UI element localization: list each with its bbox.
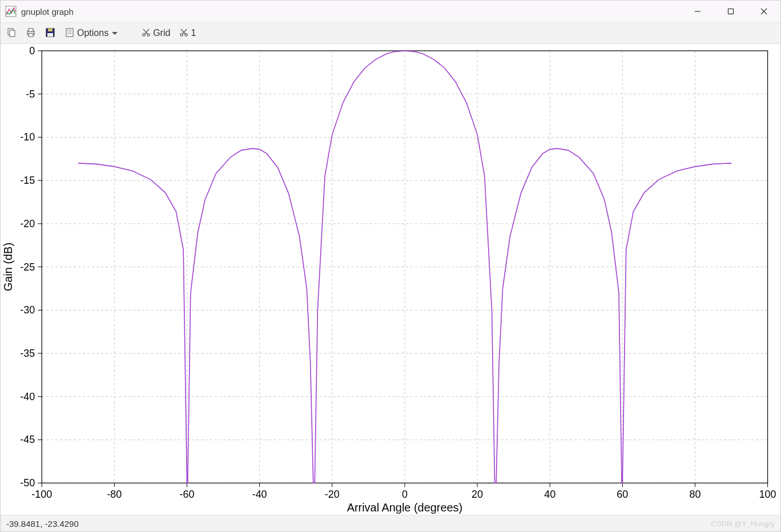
svg-text:Arrival Angle (degrees): Arrival Angle (degrees) — [347, 501, 462, 514]
one-label: 1 — [191, 28, 196, 38]
printer-icon — [26, 27, 36, 39]
plot-area[interactable]: -100-80-60-40-200204060801000-5-10-15-20… — [1, 44, 780, 515]
svg-text:Gain (dB): Gain (dB) — [2, 243, 14, 291]
svg-text:-25: -25 — [20, 261, 35, 273]
scissors-icon — [179, 28, 188, 39]
title-bar: gnuplot graph — [1, 1, 780, 23]
svg-text:-40: -40 — [252, 489, 267, 500]
print-button[interactable] — [23, 25, 38, 42]
svg-rect-11 — [48, 29, 53, 31]
report-icon — [65, 27, 75, 39]
svg-text:-80: -80 — [107, 489, 122, 500]
svg-rect-2 — [728, 9, 734, 14]
app-window: gnuplot graph — [0, 0, 781, 532]
options-button[interactable]: Options — [62, 25, 120, 42]
svg-text:-35: -35 — [20, 348, 35, 359]
copy-icon — [6, 27, 17, 39]
svg-rect-13 — [66, 29, 73, 37]
options-label: Options — [77, 28, 108, 38]
app-icon — [5, 6, 17, 17]
copy-button[interactable] — [4, 25, 19, 42]
toolbar: Options Grid — [1, 23, 780, 44]
chart-canvas: -100-80-60-40-200204060801000-5-10-15-20… — [1, 44, 780, 515]
svg-text:0: 0 — [402, 489, 408, 500]
minimize-button[interactable] — [681, 1, 714, 22]
svg-text:-20: -20 — [20, 218, 35, 229]
svg-text:100: 100 — [759, 489, 776, 500]
svg-text:-15: -15 — [20, 175, 35, 186]
close-button[interactable] — [747, 1, 780, 22]
svg-text:-5: -5 — [26, 88, 35, 100]
svg-text:-45: -45 — [20, 434, 35, 445]
svg-text:-50: -50 — [20, 477, 35, 489]
scissors-icon — [142, 28, 151, 39]
svg-rect-12 — [47, 33, 53, 37]
cursor-coordinates: -39.8481, -23.4290 — [6, 519, 79, 529]
svg-text:-30: -30 — [20, 304, 35, 316]
svg-rect-9 — [29, 34, 33, 37]
grid-button[interactable]: Grid — [139, 25, 172, 42]
svg-text:40: 40 — [544, 489, 555, 500]
svg-text:-100: -100 — [31, 489, 52, 500]
svg-text:-60: -60 — [180, 489, 195, 500]
floppy-icon — [45, 27, 55, 39]
maximize-button[interactable] — [714, 1, 747, 22]
svg-rect-8 — [29, 29, 33, 31]
window-title: gnuplot graph — [21, 7, 681, 17]
one-button[interactable]: 1 — [177, 25, 198, 42]
status-bar: -39.8481, -23.4290 CSDN @Y_Hungry — [1, 515, 780, 531]
svg-text:80: 80 — [689, 489, 701, 500]
grid-label: Grid — [153, 28, 170, 38]
watermark: CSDN @Y_Hungry — [711, 519, 775, 528]
save-button[interactable] — [43, 25, 58, 42]
svg-text:-20: -20 — [325, 489, 340, 500]
svg-text:-10: -10 — [20, 131, 35, 143]
window-controls — [681, 1, 780, 22]
svg-text:60: 60 — [617, 489, 628, 500]
svg-text:-40: -40 — [20, 391, 35, 402]
svg-text:20: 20 — [472, 489, 483, 500]
svg-rect-6 — [10, 30, 15, 37]
chevron-down-icon — [112, 32, 118, 35]
svg-text:0: 0 — [29, 45, 35, 57]
